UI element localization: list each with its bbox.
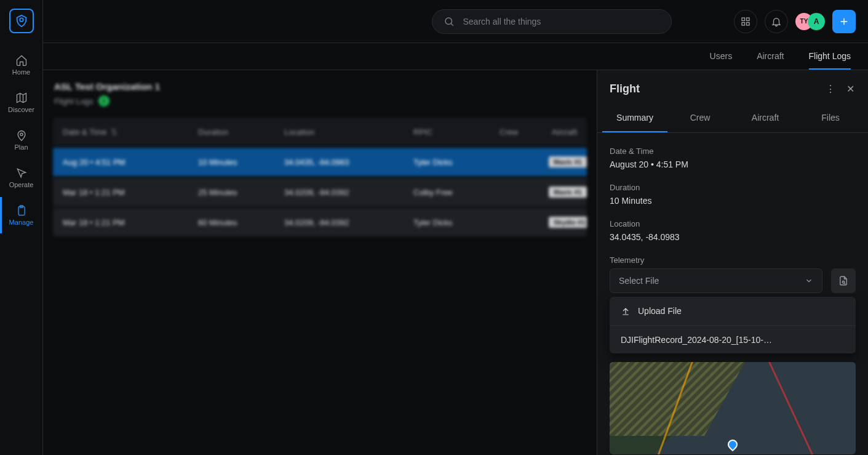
svg-rect-5 (742, 18, 745, 21)
search-input[interactable] (462, 16, 660, 27)
telemetry-dropdown: Upload File DJIFlightRecord_2024-08-20_[… (610, 297, 856, 353)
field-label-datetime: Date & Time (610, 147, 856, 156)
col-crew[interactable]: Crew (500, 127, 549, 137)
org-title: ASL Test Organization 1 (54, 81, 586, 92)
tab-aircraft[interactable]: Aircraft (757, 43, 784, 70)
dtab-crew[interactable]: Crew (667, 104, 733, 132)
file-search-icon (838, 275, 849, 286)
telemetry-file-select[interactable]: Select File (610, 268, 822, 293)
field-label-duration: Duration (610, 183, 856, 192)
chevron-down-icon (805, 276, 813, 285)
svg-point-0 (20, 18, 23, 22)
home-icon (15, 54, 28, 66)
section-tabs: Users Aircraft Flight Logs (43, 43, 868, 70)
table-header: Date & Time⇅ Duration Location RPIC Crew… (53, 118, 587, 146)
select-placeholder: Select File (619, 276, 659, 286)
side-nav: Home Discover Plan Operate Manage (0, 0, 43, 455)
field-value-datetime: August 20 • 4:51 PM (610, 159, 856, 169)
cursor-icon (15, 167, 28, 179)
table-row[interactable]: Aug 20 • 4:51 PM 10 Minutes 34.0435, -84… (53, 148, 587, 176)
flight-map[interactable] (610, 362, 856, 454)
close-button[interactable]: ✕ (845, 83, 856, 95)
avatar: A (808, 13, 825, 30)
svg-point-9 (842, 281, 844, 283)
svg-point-4 (445, 18, 452, 25)
upload-icon (621, 306, 631, 316)
nav-label: Plan (14, 143, 28, 151)
svg-rect-6 (747, 18, 750, 21)
svg-rect-7 (742, 22, 745, 25)
nav-operate[interactable]: Operate (0, 159, 43, 196)
table-row[interactable]: Mar 18 • 1:21 PM 60 Minutes 34.0209, -84… (53, 208, 587, 236)
svg-rect-8 (747, 22, 750, 25)
grid-icon (740, 16, 751, 27)
more-button[interactable]: ⋮ (825, 83, 836, 95)
pin-icon (15, 129, 28, 142)
tab-users[interactable]: Users (710, 43, 733, 70)
main-content: ASL Test Organization 1 Flight Logs 3 Da… (43, 70, 597, 455)
existing-file-option[interactable]: DJIFlightRecord_2024-08-20_[15-10-… (610, 325, 856, 353)
tab-flight-logs[interactable]: Flight Logs (809, 43, 851, 70)
field-label-telemetry: Telemetry (610, 256, 856, 265)
detail-panel: Flight ⋮ ✕ Summary Crew Aircraft Files D… (597, 70, 868, 455)
map-icon (15, 92, 28, 104)
plus-icon (838, 16, 850, 27)
table-row[interactable]: Mar 18 • 1:21 PM 25 Minutes 34.0209, -84… (53, 178, 587, 206)
col-aircraft[interactable]: Aircraft (549, 127, 577, 137)
detail-tabs: Summary Crew Aircraft Files (597, 104, 868, 133)
bell-icon (771, 16, 782, 27)
top-bar: TY A (43, 0, 868, 43)
detail-title: Flight (610, 83, 640, 95)
file-name: DJIFlightRecord_2024-08-20_[15-10-… (621, 335, 772, 345)
aircraft-chip: Mavic #1 (549, 187, 587, 198)
col-duration[interactable]: Duration (198, 127, 284, 137)
field-value-location: 34.0435, -84.0983 (610, 232, 856, 242)
svg-point-1 (20, 133, 22, 135)
dtab-summary[interactable]: Summary (602, 104, 667, 132)
dtab-files[interactable]: Files (798, 104, 863, 132)
nav-home[interactable]: Home (0, 47, 43, 83)
aircraft-chip: Mavic #1 (549, 156, 587, 167)
clipboard-icon (15, 204, 28, 217)
global-search[interactable] (432, 9, 672, 34)
breadcrumb: Flight Logs 3 (54, 95, 586, 107)
aircraft-chip: Skydio #1 (549, 217, 587, 228)
breadcrumb-label: Flight Logs (54, 97, 94, 106)
nav-label: Discover (8, 106, 34, 113)
sort-icon: ⇅ (111, 127, 117, 137)
create-button[interactable] (832, 10, 856, 33)
app-logo (9, 9, 34, 33)
upload-file-option[interactable]: Upload File (610, 297, 856, 325)
apps-button[interactable] (734, 10, 757, 33)
col-rpic[interactable]: RPIC (413, 127, 500, 137)
search-icon (444, 16, 455, 27)
nav-discover[interactable]: Discover (0, 84, 43, 121)
nav-plan[interactable]: Plan (0, 122, 43, 158)
field-label-location: Location (610, 219, 856, 228)
nav-label: Operate (9, 181, 34, 188)
nav-label: Home (12, 68, 30, 76)
dtab-aircraft[interactable]: Aircraft (733, 104, 798, 132)
nav-manage[interactable]: Manage (0, 197, 43, 233)
count-badge: 3 (98, 95, 109, 107)
col-location[interactable]: Location (284, 127, 413, 137)
flight-logs-table: Date & Time⇅ Duration Location RPIC Crew… (53, 118, 587, 236)
col-datetime[interactable]: Date & Time (63, 127, 107, 137)
nav-label: Manage (9, 219, 34, 226)
upload-label: Upload File (638, 306, 682, 316)
notifications-button[interactable] (765, 10, 788, 33)
file-browse-button[interactable] (831, 268, 856, 293)
user-avatars[interactable]: TY A (795, 13, 825, 30)
field-value-duration: 10 Minutes (610, 196, 856, 206)
